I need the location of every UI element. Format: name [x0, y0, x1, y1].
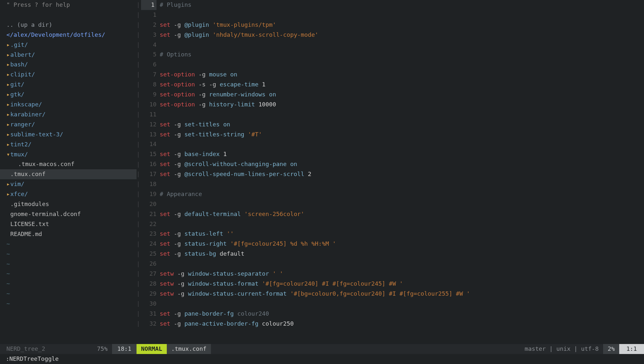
token-plain — [227, 71, 230, 78]
tree-dir[interactable]: ▸ git/ — [6, 80, 137, 90]
code-line[interactable]: set -g pane-border-fg colour240 — [160, 309, 644, 319]
code-line[interactable]: set-option -g mouse on — [160, 70, 644, 80]
token-kw: set — [160, 310, 170, 317]
code-line[interactable]: set -g pane-active-border-fg colour250 — [160, 319, 644, 329]
code-line[interactable]: # Appearance — [160, 189, 644, 199]
token-fl: -g — [170, 151, 185, 157]
code-line[interactable]: setw -g window-status-format '#[fg=colou… — [160, 279, 644, 289]
tree-dir[interactable]: ▸ clipit/ — [6, 70, 137, 80]
code-line[interactable]: set -g set-titles on — [160, 120, 644, 130]
token-opt: status-bg — [185, 250, 216, 257]
code-line[interactable] — [160, 60, 644, 70]
editor-pane[interactable]: ||||||||||||||||||||||||||||||||| 112345… — [137, 0, 644, 344]
code-line[interactable] — [160, 139, 644, 149]
code-line[interactable] — [160, 299, 644, 309]
line-number: 24 — [149, 240, 156, 247]
token-fl: -g — [170, 21, 185, 28]
line-number: 23 — [149, 230, 156, 237]
code-line[interactable]: set -g default-terminal 'screen-256color… — [160, 209, 644, 219]
code-line[interactable]: # Plugins — [160, 0, 644, 10]
tree-dir[interactable]: ▸ albert/ — [6, 50, 137, 60]
code-line[interactable] — [160, 10, 644, 20]
tree-file[interactable]: .gitmodules — [6, 199, 137, 209]
tree-item-label: gtk/ — [10, 91, 24, 98]
token-fl: -g — [170, 240, 185, 247]
code-line[interactable]: set -g @plugin 'nhdaly/tmux-scroll-copy-… — [160, 30, 644, 40]
line-number: 18 — [149, 181, 156, 187]
no-icon — [6, 219, 10, 229]
tree-file[interactable]: LICENSE.txt — [6, 219, 137, 229]
tree-dir[interactable]: ▸ .git/ — [6, 40, 137, 50]
vim-mode: NORMAL — [137, 344, 167, 354]
line-number: 25 — [149, 250, 156, 257]
code-line[interactable]: set -g @scroll-without-changing-pane on — [160, 159, 644, 169]
code-line[interactable] — [160, 199, 644, 209]
token-kw: set — [160, 21, 170, 28]
nerdtree-root[interactable]: </alex/Development/dotfiles/ — [6, 30, 137, 40]
line-number: 11 — [149, 111, 156, 118]
code-line[interactable]: set -g status-right '#[fg=colour245] %d … — [160, 239, 644, 249]
code-line[interactable]: set -g set-titles-string '#T' — [160, 130, 644, 140]
token-opt: window-status-separator — [188, 270, 269, 277]
no-icon — [6, 199, 10, 209]
token-opt: renumber-windows — [209, 91, 265, 98]
token-fl: -g — [174, 290, 188, 297]
tree-dir[interactable]: ▸ xfce/ — [6, 189, 137, 199]
token-kw: setw — [160, 290, 174, 297]
tree-dir[interactable]: ▸ sublime-text-3/ — [6, 130, 137, 140]
tree-file[interactable]: README.md — [6, 229, 137, 239]
tree-item-label: tmux/ — [10, 151, 28, 158]
tree-item-label: clipit/ — [10, 71, 35, 78]
line-number: 27 — [149, 270, 156, 277]
token-bool: on — [269, 91, 276, 98]
code-line[interactable]: set-option -g renumber-windows on — [160, 90, 644, 100]
tree-dir[interactable]: ▸ karabiner/ — [6, 110, 137, 120]
code-line[interactable] — [160, 259, 644, 269]
token-fl: -g — [195, 91, 209, 98]
code-line[interactable]: setw -g window-status-current-format '#[… — [160, 289, 644, 299]
code-line[interactable]: set -g @scroll-speed-num-lines-per-scrol… — [160, 169, 644, 179]
token-kw: set — [160, 320, 170, 327]
token-str: ' ' — [272, 270, 283, 277]
tree-dir[interactable]: ▾ tmux/ — [6, 150, 137, 160]
code-line[interactable]: set-option -g history-limit 10000 — [160, 100, 644, 110]
tree-file[interactable]: .tmux.conf — [0, 169, 137, 179]
tree-dir[interactable]: ▸ tint2/ — [6, 140, 137, 150]
statusline: NERD_tree_2 75% 18:1 NORMAL .tmux.conf m… — [0, 344, 644, 354]
tree-dir[interactable]: ▸ ranger/ — [6, 120, 137, 130]
tree-dir[interactable]: ▸ bash/ — [6, 60, 137, 70]
code-line[interactable]: set -g @plugin 'tmux-plugins/tpm' — [160, 20, 644, 30]
command-line[interactable]: :NERDTreeToggle — [0, 354, 644, 364]
scroll-percent-left: 75% — [97, 344, 112, 354]
token-opt: @scroll-speed-num-lines-per-scroll — [185, 171, 304, 177]
nerdtree-sidebar[interactable]: " Press ? for help .. (up a dir) </alex/… — [0, 0, 137, 344]
code-line[interactable]: set -g base-index 1 — [160, 149, 644, 159]
empty-line-tilde: ~ — [6, 299, 137, 309]
tree-file[interactable]: gnome-terminal.dconf — [6, 209, 137, 219]
tree-file[interactable]: .tmux-macos.conf — [6, 159, 137, 169]
chevron-right-icon: ▸ — [6, 130, 10, 140]
tree-item-label: karabiner/ — [10, 111, 46, 118]
token-kw: set — [160, 161, 170, 167]
code-line[interactable]: set-option -s -g escape-time 1 — [160, 80, 644, 90]
code-line[interactable] — [160, 110, 644, 120]
empty-line-tilde: ~ — [6, 269, 137, 279]
code-line[interactable]: setw -g window-status-separator ' ' — [160, 269, 644, 279]
token-bool: on — [223, 121, 230, 128]
code-line[interactable]: set -g status-left '' — [160, 229, 644, 239]
token-fl: -g — [170, 31, 185, 38]
scroll-percent-right: 2% — [603, 344, 619, 354]
tree-dir[interactable]: ▸ gtk/ — [6, 90, 137, 100]
tree-dir[interactable]: ▸ vim/ — [6, 179, 137, 189]
code-line[interactable]: set -g status-bg default — [160, 249, 644, 259]
code-line[interactable]: # Options — [160, 50, 644, 60]
token-kw: set-option — [160, 91, 195, 98]
token-fl: -g — [170, 121, 185, 128]
tree-dir[interactable]: ▸ inkscape/ — [6, 100, 137, 110]
editor-body[interactable]: # Pluginsset -g @plugin 'tmux-plugins/tp… — [160, 0, 644, 344]
code-line[interactable] — [160, 40, 644, 50]
nerdtree-up-dir[interactable]: .. (up a dir) — [6, 20, 137, 30]
tree-item-label: .git/ — [10, 41, 28, 48]
code-line[interactable] — [160, 219, 644, 229]
code-line[interactable] — [160, 179, 644, 189]
